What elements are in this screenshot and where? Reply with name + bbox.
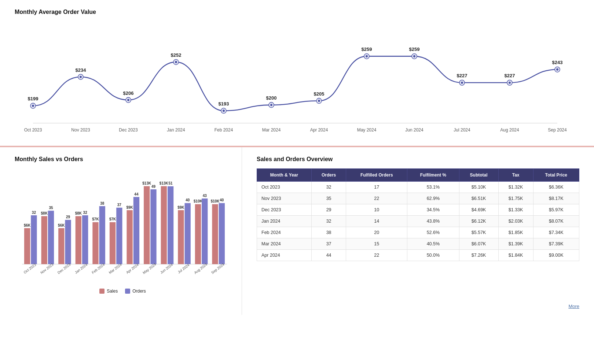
cell-subtotal: $5.10K [459, 182, 498, 193]
svg-point-14 [175, 61, 177, 63]
svg-text:May 2024: May 2024 [357, 127, 377, 133]
svg-text:Dec 2023: Dec 2023 [119, 127, 138, 133]
svg-text:40: 40 [220, 198, 224, 202]
col-orders: Orders [311, 169, 346, 182]
svg-rect-82 [133, 197, 139, 264]
svg-text:$243: $243 [552, 60, 563, 65]
svg-text:32: 32 [32, 210, 36, 214]
svg-point-6 [80, 76, 82, 78]
col-pct: Fulfilment % [407, 169, 459, 182]
table-row: Apr 2024 44 22 50.0% $7.26K $1.84K $9.00… [257, 250, 579, 261]
svg-text:$205: $205 [314, 91, 324, 97]
svg-rect-90 [161, 186, 167, 264]
cell-month: Feb 2024 [257, 227, 312, 238]
svg-text:$227: $227 [505, 73, 515, 78]
svg-rect-95 [178, 210, 184, 264]
col-tax: Tax [498, 169, 533, 182]
more-link[interactable]: More [568, 304, 579, 309]
overview-title: Sales and Orders Overview [257, 156, 579, 163]
svg-rect-85 [144, 186, 150, 264]
svg-text:$13K: $13K [160, 181, 168, 185]
svg-rect-100 [195, 204, 201, 264]
cell-tax: $1.85K [498, 227, 533, 238]
svg-point-42 [509, 82, 511, 84]
cell-orders: 29 [311, 204, 346, 216]
cell-tax: $1.75K [498, 193, 533, 204]
cell-fulfilled: 15 [346, 238, 407, 250]
table-header-row: Month & Year Orders Fulfilled Orders Ful… [257, 169, 579, 182]
svg-text:$6K: $6K [24, 223, 31, 227]
svg-text:38: 38 [100, 201, 104, 205]
cell-pct: 34.5% [407, 204, 459, 216]
svg-rect-87 [150, 189, 156, 264]
cell-month: Nov 2023 [257, 193, 312, 204]
cell-subtotal: $6.07K [459, 238, 498, 250]
cell-fulfilled: 20 [346, 227, 407, 238]
svg-text:$206: $206 [123, 90, 134, 96]
table-row: Dec 2023 29 10 34.5% $4.69K $1.33K $5.97… [257, 204, 579, 216]
svg-text:$8K: $8K [41, 211, 48, 215]
svg-point-46 [556, 68, 558, 71]
cell-total: $7.39K [533, 238, 579, 250]
cell-pct: 52.6% [407, 227, 459, 238]
legend-sales-label: Sales [107, 289, 118, 294]
svg-text:51: 51 [169, 181, 173, 185]
svg-text:$193: $193 [219, 101, 229, 107]
svg-rect-70 [92, 222, 98, 264]
svg-point-22 [270, 104, 272, 106]
legend-orders-swatch [125, 289, 130, 294]
svg-text:Oct 2023: Oct 2023 [24, 127, 42, 133]
cell-pct: 43.8% [407, 216, 459, 227]
svg-text:$8K: $8K [75, 211, 82, 215]
svg-text:$9K: $9K [126, 205, 133, 209]
legend-orders-label: Orders [132, 289, 146, 294]
bottom-section: Monthly Sales vs Orders $6K32Oct 2023$8K… [0, 146, 594, 315]
svg-rect-60 [58, 228, 64, 264]
svg-text:Feb 2024: Feb 2024 [214, 127, 233, 133]
svg-rect-62 [65, 220, 71, 264]
svg-rect-97 [185, 203, 191, 264]
cell-subtotal: $7.26K [459, 250, 498, 261]
svg-point-18 [223, 109, 225, 112]
cell-month: Dec 2023 [257, 204, 312, 216]
cell-subtotal: $4.69K [459, 204, 498, 216]
cell-orders: 38 [311, 227, 346, 238]
cell-month: Mar 2024 [257, 238, 312, 250]
col-fulfilled: Fulfilled Orders [346, 169, 407, 182]
svg-rect-92 [168, 186, 173, 264]
svg-text:$234: $234 [76, 67, 87, 73]
cell-orders: 35 [311, 193, 346, 204]
svg-text:$199: $199 [28, 96, 38, 101]
line-chart-svg: $199Oct 2023$234Nov 2023$206Dec 2023$252… [15, 21, 579, 146]
bar-chart-legend: Sales Orders [15, 289, 231, 294]
svg-text:Aug 2024: Aug 2024 [500, 127, 519, 133]
svg-rect-102 [202, 198, 208, 264]
cell-tax: $1.84K [498, 250, 533, 261]
svg-text:$10K: $10K [194, 199, 202, 203]
bar-chart-title: Monthly Sales vs Orders [15, 156, 231, 163]
svg-text:Mar 2024: Mar 2024 [262, 127, 281, 133]
svg-text:43: 43 [203, 193, 207, 197]
cell-tax: $2.03K [498, 216, 533, 227]
svg-text:$259: $259 [409, 47, 420, 52]
svg-text:Jul 2024: Jul 2024 [454, 127, 470, 133]
svg-point-38 [461, 82, 463, 84]
right-panel: Sales and Orders Overview Month & Year O… [242, 147, 594, 315]
col-subtotal: Subtotal [459, 169, 498, 182]
table-row: Mar 2024 37 15 40.5% $6.07K $1.39K $7.39… [257, 238, 579, 250]
cell-orders: 44 [311, 250, 346, 261]
cell-pct: 40.5% [407, 238, 459, 250]
svg-text:$9K: $9K [177, 205, 184, 209]
svg-text:$6K: $6K [58, 223, 65, 227]
cell-fulfilled: 22 [346, 250, 407, 261]
table-row: Feb 2024 38 20 52.6% $5.57K $1.85K $7.34… [257, 227, 579, 238]
svg-text:35: 35 [49, 206, 53, 210]
cell-fulfilled: 14 [346, 216, 407, 227]
cell-orders: 32 [311, 216, 346, 227]
cell-pct: 62.9% [407, 193, 459, 204]
svg-text:$7K: $7K [109, 217, 116, 221]
svg-rect-67 [82, 215, 88, 264]
cell-subtotal: $6.12K [459, 216, 498, 227]
svg-text:$259: $259 [362, 47, 372, 52]
cell-total: $5.97K [533, 204, 579, 216]
